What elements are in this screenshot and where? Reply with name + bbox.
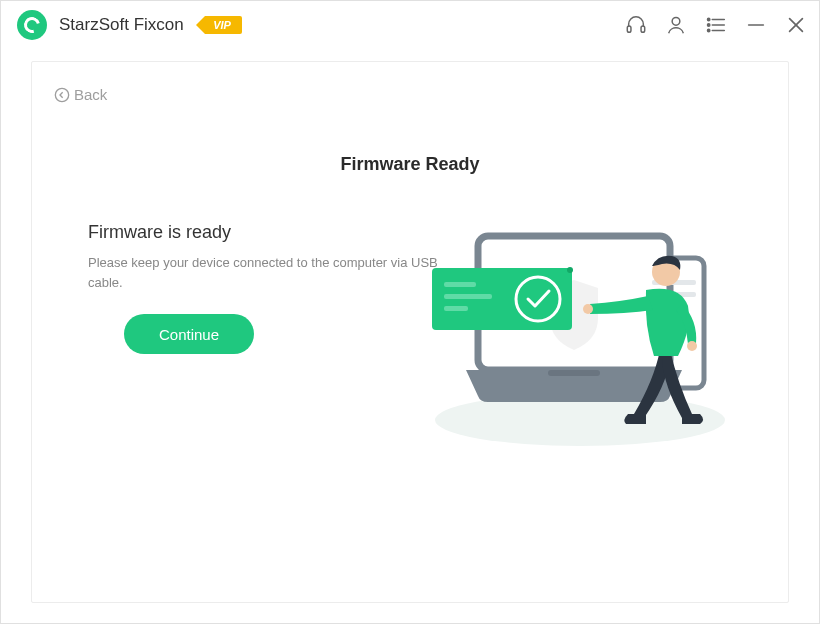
continue-button[interactable]: Continue [124,314,254,354]
firmware-ready-illustration [430,210,760,450]
svg-rect-1 [627,26,631,32]
svg-point-4 [708,18,710,20]
svg-point-6 [708,24,710,26]
chevron-left-icon [54,87,70,103]
status-text-block: Firmware is ready Please keep your devic… [88,222,448,292]
titlebar: StarzSoft Fixcon VIP [1,1,819,49]
svg-rect-17 [548,370,600,376]
support-icon[interactable] [625,14,647,36]
app-title: StarzSoft Fixcon [59,15,184,35]
svg-point-27 [687,341,697,351]
svg-point-13 [55,88,68,101]
app-logo-icon [17,10,47,40]
svg-point-8 [708,29,710,31]
svg-rect-2 [641,26,645,32]
menu-icon[interactable] [705,14,727,36]
svg-rect-19 [444,282,476,287]
account-icon[interactable] [665,14,687,36]
svg-rect-21 [444,306,468,311]
back-button[interactable]: Back [54,86,107,103]
page-title: Firmware Ready [32,154,788,175]
svg-point-26 [583,304,593,314]
app-window: StarzSoft Fixcon VIP [0,0,820,624]
svg-text:VIP: VIP [213,19,231,31]
close-icon[interactable] [785,14,807,36]
svg-rect-20 [444,294,492,299]
svg-point-3 [672,17,680,25]
back-label: Back [74,86,107,103]
status-description: Please keep your device connected to the… [88,253,448,292]
vip-badge: VIP [194,14,244,36]
svg-point-29 [567,267,573,273]
content-card: Back Firmware Ready Firmware is ready Pl… [31,61,789,603]
minimize-icon[interactable] [745,14,767,36]
titlebar-controls [625,14,807,36]
status-heading: Firmware is ready [88,222,448,243]
